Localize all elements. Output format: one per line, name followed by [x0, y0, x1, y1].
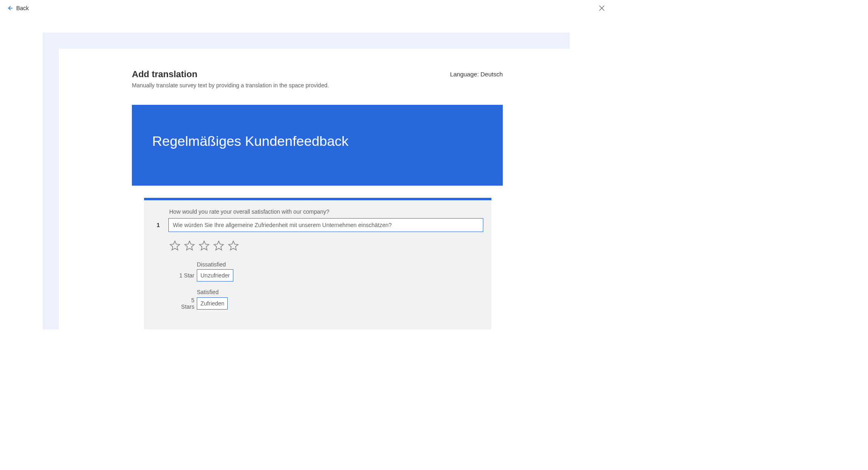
rating-high-translation-input[interactable]	[197, 297, 228, 310]
survey-title-banner: Regelmäßiges Kundenfeedback	[132, 105, 503, 186]
page-subtitle: Manually translate survey text by provid…	[132, 82, 450, 89]
back-button[interactable]: Back	[6, 5, 29, 11]
inner-panel: Add translation Manually translate surve…	[59, 49, 570, 329]
back-arrow-icon	[6, 5, 13, 11]
rating-high-prefix: 5 Stars	[177, 297, 194, 310]
star-icon	[169, 240, 181, 251]
rating-low-prefix: 1 Star	[177, 272, 194, 279]
star-icon	[198, 240, 210, 251]
survey-title: Regelmäßiges Kundenfeedback	[152, 133, 482, 149]
svg-marker-6	[214, 241, 223, 250]
rating-high-group: Satisfied 5 Stars	[177, 289, 483, 310]
rating-high-row: 5 Stars	[177, 297, 483, 310]
star-icon	[184, 240, 195, 251]
page-title: Add translation	[132, 69, 450, 80]
rating-low-source-label: Dissatisfied	[197, 261, 483, 268]
top-bar: Back	[0, 0, 612, 16]
star-icon	[213, 240, 224, 251]
header-section: Add translation Manually translate surve…	[59, 69, 570, 89]
outer-container: Add translation Manually translate surve…	[43, 32, 570, 329]
close-icon	[599, 5, 605, 11]
svg-marker-4	[185, 241, 194, 250]
close-button[interactable]	[598, 4, 606, 12]
back-label: Back	[16, 5, 29, 11]
star-icon	[228, 240, 239, 251]
header-left: Add translation Manually translate surve…	[132, 69, 450, 89]
rating-low-translation-input[interactable]	[197, 269, 233, 282]
question-source-text: How would you rate your overall satisfac…	[169, 208, 483, 215]
rating-low-group: Dissatisfied 1 Star	[177, 261, 483, 282]
question-number: 1	[152, 222, 164, 228]
language-label: Language: Deutsch	[450, 69, 503, 78]
svg-marker-7	[228, 241, 238, 250]
question-translation-input[interactable]	[168, 218, 483, 232]
rating-low-row: 1 Star	[177, 269, 483, 282]
rating-high-source-label: Satisfied	[197, 289, 483, 295]
rating-labels: Dissatisfied 1 Star Satisfied 5 Stars	[177, 261, 483, 310]
svg-marker-3	[170, 241, 179, 250]
svg-marker-5	[199, 241, 209, 250]
question-block: How would you rate your overall satisfac…	[144, 198, 491, 329]
question-row: 1	[152, 218, 483, 232]
stars-row	[169, 240, 483, 251]
